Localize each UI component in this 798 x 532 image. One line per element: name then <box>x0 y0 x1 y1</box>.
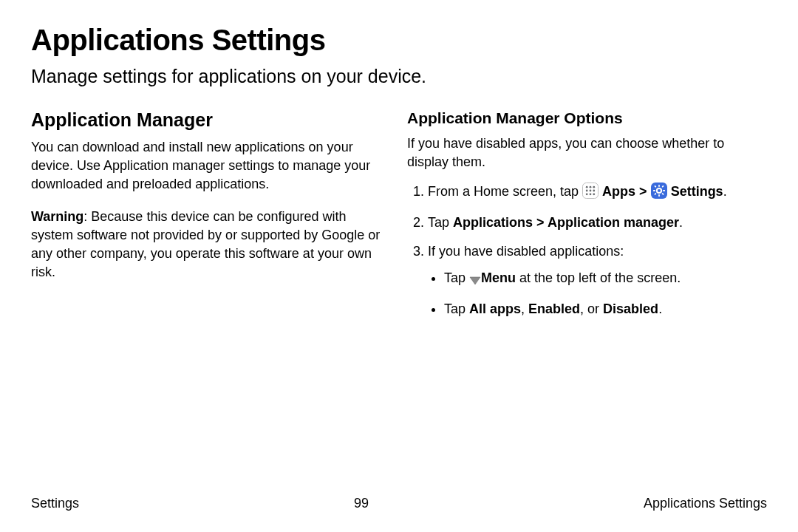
right-column: Application Manager Options If you have … <box>407 109 767 327</box>
svg-point-4 <box>586 190 588 192</box>
page-title: Applications Settings <box>31 24 767 57</box>
bullet2-b1: All apps <box>469 301 521 316</box>
svg-point-3 <box>593 186 595 188</box>
bullet-1: Tap Menu at the top left of the screen. <box>444 268 767 290</box>
step1-tail: . <box>723 184 727 199</box>
bullet1-bold: Menu <box>481 270 516 285</box>
step-1: From a Home screen, tap Apps > <box>428 182 767 204</box>
footer-left: Settings <box>31 496 79 511</box>
bullet2-sep1: , <box>521 301 528 316</box>
step2-bold: Applications > Application manager <box>453 215 679 230</box>
step-3: If you have disabled applications: Tap M… <box>428 242 767 318</box>
svg-marker-20 <box>470 277 480 284</box>
footer-page-number: 99 <box>354 496 369 511</box>
page-footer: Settings 99 Applications Settings <box>31 496 767 511</box>
bullet2-sep2: , or <box>580 301 603 316</box>
steps-list: From a Home screen, tap Apps > <box>407 182 767 318</box>
warning-label: Warning <box>31 209 83 224</box>
svg-point-7 <box>586 194 588 196</box>
left-para-intro: You can download and install new applica… <box>31 138 391 194</box>
right-heading: Application Manager Options <box>407 109 767 127</box>
svg-point-9 <box>593 194 595 196</box>
right-intro: If you have disabled apps, you can choos… <box>407 134 767 171</box>
page-subtitle: Manage settings for applications on your… <box>31 66 767 87</box>
bullet-2: Tap All apps, Enabled, or Disabled. <box>444 299 767 318</box>
footer-right: Applications Settings <box>644 496 767 511</box>
svg-point-2 <box>590 186 592 188</box>
step3-text: If you have disabled applications: <box>428 244 624 259</box>
left-heading: Application Manager <box>31 109 391 131</box>
step1-sep: > <box>635 184 651 199</box>
step2-pre: Tap <box>428 215 453 230</box>
warning-text: : Because this device can be configured … <box>31 209 380 280</box>
menu-dropdown-icon <box>469 271 481 290</box>
bullet2-tail: . <box>658 301 662 316</box>
svg-rect-15 <box>663 190 665 191</box>
bullet1-tail: at the top left of the screen. <box>516 270 681 285</box>
svg-rect-14 <box>653 190 655 191</box>
svg-point-5 <box>590 190 592 192</box>
svg-point-6 <box>593 190 595 192</box>
svg-rect-13 <box>658 194 660 197</box>
bullet2-b3: Disabled <box>603 301 658 316</box>
step-2: Tap Applications > Application manager. <box>428 213 767 232</box>
step2-tail: . <box>679 215 683 230</box>
left-para-warning: Warning: Because this device can be conf… <box>31 208 391 282</box>
settings-icon <box>651 183 667 204</box>
step1-apps: Apps <box>602 184 635 199</box>
content-columns: Application Manager You can download and… <box>31 109 767 327</box>
bullet2-b2: Enabled <box>528 301 580 316</box>
step1-pre: From a Home screen, tap <box>428 184 582 199</box>
svg-rect-12 <box>658 185 660 187</box>
svg-point-1 <box>586 186 588 188</box>
bullet1-pre: Tap <box>444 270 469 285</box>
bullets-list: Tap Menu at the top left of the screen. … <box>428 268 767 318</box>
svg-point-8 <box>590 194 592 196</box>
apps-icon <box>582 183 598 204</box>
step1-settings: Settings <box>671 184 723 199</box>
left-column: Application Manager You can download and… <box>31 109 391 327</box>
bullet2-pre: Tap <box>444 301 469 316</box>
